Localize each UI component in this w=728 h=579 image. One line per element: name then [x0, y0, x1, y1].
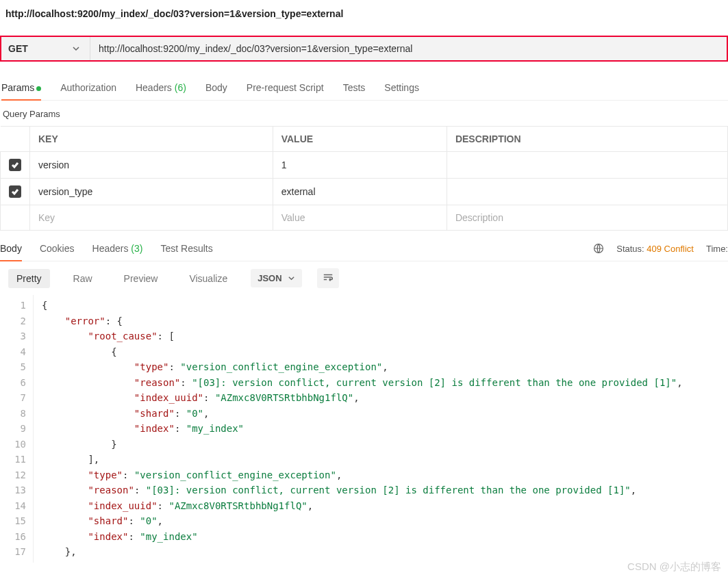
cell-value[interactable]: 1 — [273, 152, 447, 179]
col-key: KEY — [30, 127, 273, 152]
cell-value-placeholder[interactable]: Value — [273, 205, 447, 231]
url-input[interactable]: http://localhost:9200/my_index/_doc/03?v… — [90, 37, 727, 60]
globe-icon[interactable] — [593, 243, 604, 254]
tab-params[interactable]: Params — [1, 75, 41, 100]
view-pretty[interactable]: Pretty — [8, 269, 50, 288]
view-visualize[interactable]: Visualize — [181, 269, 236, 288]
row-checkbox[interactable] — [9, 159, 21, 171]
wrap-icon — [323, 272, 334, 282]
cell-key[interactable]: version — [30, 152, 273, 179]
resp-tab-body[interactable]: Body — [0, 236, 22, 261]
method-label: GET — [8, 43, 28, 54]
tab-tests[interactable]: Tests — [343, 75, 366, 100]
tab-prerequest[interactable]: Pre-request Script — [247, 75, 324, 100]
wrap-toggle[interactable] — [317, 268, 339, 288]
response-tabs: Body Cookies Headers (3) Test Results St… — [0, 236, 728, 261]
chevron-down-icon — [288, 274, 295, 282]
view-preview[interactable]: Preview — [116, 269, 166, 288]
tab-settings[interactable]: Settings — [384, 75, 419, 100]
chevron-down-icon — [72, 44, 80, 53]
params-table: KEY VALUE DESCRIPTION version 1 version_… — [0, 126, 728, 231]
cell-key[interactable]: version_type — [30, 179, 273, 205]
resp-tab-headers[interactable]: Headers (3) — [92, 236, 143, 261]
time-label: Time: — [706, 244, 728, 254]
view-mode-bar: Pretty Raw Preview Visualize JSON — [0, 261, 728, 295]
line-gutter: 1234567891011121314151617 — [0, 295, 33, 563]
cell-key-placeholder[interactable]: Key — [30, 205, 273, 231]
row-checkbox[interactable] — [9, 185, 21, 198]
cell-value[interactable]: external — [273, 179, 447, 205]
cell-description-placeholder[interactable]: Description — [447, 205, 727, 231]
method-select[interactable]: GET — [1, 37, 90, 60]
view-raw[interactable]: Raw — [65, 269, 101, 288]
table-row: version 1 — [1, 152, 728, 179]
json-code[interactable]: { "error": { "root_cause": [ { "type": "… — [33, 295, 728, 563]
status-label: Status: 409 Conflict — [616, 244, 694, 254]
col-value: VALUE — [273, 127, 447, 152]
tab-headers[interactable]: Headers (6) — [136, 75, 186, 100]
format-select[interactable]: JSON — [251, 269, 301, 287]
header-url: http://localhost:9200/my_index/_doc/03?v… — [0, 0, 728, 27]
response-body: 1234567891011121314151617 { "error": { "… — [0, 295, 728, 563]
cell-description[interactable] — [447, 152, 727, 179]
col-description: DESCRIPTION — [447, 127, 727, 152]
resp-tab-test-results[interactable]: Test Results — [160, 236, 212, 261]
request-bar: GET http://localhost:9200/my_index/_doc/… — [0, 36, 728, 62]
tab-authorization[interactable]: Authorization — [60, 75, 116, 100]
resp-tab-cookies[interactable]: Cookies — [40, 236, 75, 261]
table-row: version_type external — [1, 179, 728, 205]
request-tabs: Params Authorization Headers (6) Body Pr… — [0, 75, 728, 101]
modified-dot-icon — [36, 86, 41, 91]
tab-body[interactable]: Body — [205, 75, 227, 100]
cell-description[interactable] — [447, 179, 727, 205]
table-row-new: Key Value Description — [1, 205, 728, 231]
section-label: Query Params — [0, 101, 728, 126]
